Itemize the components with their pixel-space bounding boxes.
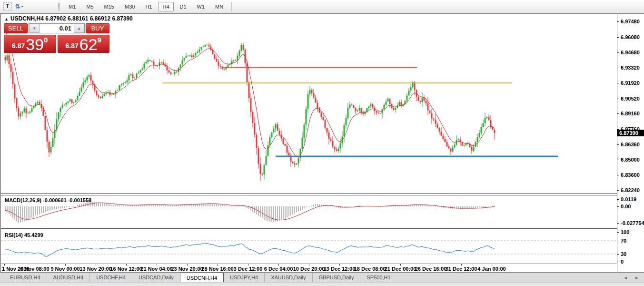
macd-histogram-bar [220,205,221,206]
candle-body [138,72,139,73]
macd-histogram-bar [262,206,263,218]
buy-button[interactable]: BUY [86,23,109,33]
macd-histogram-bar [222,205,223,207]
chart-tab-EURUSD-H4[interactable]: EURUSD,H4 [4,273,47,282]
macd-histogram-bar [277,206,278,222]
macd-histogram-bar [494,205,495,206]
candle-body [153,61,155,65]
price-tick-label: 6.85000 [621,157,640,163]
chart-tab-USDCHF-H4[interactable]: USDCHF,H4 [89,273,132,282]
rsi-tick-mark [617,254,619,255]
candle-body [241,45,242,51]
macd-histogram-bar [75,206,76,206]
candle-body [292,162,294,163]
macd-histogram-bar [20,206,21,222]
macd-histogram-bar [77,205,78,206]
timeframe-button-D1[interactable]: D1 [176,2,191,11]
candle-body [435,120,436,124]
macd-histogram-bar [414,204,415,207]
tab-scroll-right-button[interactable]: ► [634,275,639,280]
candle-body [218,61,219,66]
buy-price-display[interactable]: 6.87 62 9 [58,35,110,53]
macd-histogram-bar [45,206,46,212]
candle-body [494,130,495,133]
candle-body [450,149,452,152]
candle-body [389,99,391,104]
candle-body [439,128,440,132]
candle-body [220,66,221,67]
price-tick-mark [617,52,619,53]
sell-button[interactable]: SELL [4,23,28,33]
timeframe-button-M30[interactable]: M30 [120,2,139,11]
macd-histogram-bar [10,206,11,216]
macd-histogram-bar [342,206,343,208]
chart-tab-GBPUSD-Daily[interactable]: GBPUSD,Daily [312,273,360,282]
top-toolbar: T ⇅ ▾ M1M5M15M30H1H4D1W1MN [0,0,644,13]
timeframe-button-H4[interactable]: H4 [158,2,173,11]
chart-window: ▲USDCNH,H4 6.87902 6.88161 6.86912 6.873… [0,13,644,273]
timeframe-button-H1[interactable]: H1 [141,2,156,11]
volume-decrease-button[interactable]: ▼ [29,24,40,33]
text-tool-button[interactable]: T [2,1,13,12]
macd-histogram-bar [268,206,268,221]
chart-tab-XAUUSD-Daily[interactable]: XAUUSD,Daily [264,273,312,282]
timeframe-button-M5[interactable]: M5 [82,2,98,11]
rsi-indicator-chart[interactable] [1,230,617,264]
candle-body [330,139,332,141]
chart-tab-USDCAD-Daily[interactable]: USDCAD,Daily [132,273,180,282]
indicator-tool-button[interactable]: ⇅ ▾ [14,1,24,12]
candle-body [429,111,431,113]
candle-body [161,62,162,62]
chart-tab-SP500-H1[interactable]: SP500,H1 [360,273,396,282]
candle-body [233,60,235,61]
macd-histogram-bar [294,206,295,214]
macd-histogram-bar [311,205,312,206]
tab-scroll-left-button[interactable]: ◄ [623,275,628,280]
time-tick-mark [96,264,96,266]
time-tick-label: 21 Nov 04:00 [140,266,172,272]
macd-histogram-bar [191,204,192,206]
price-tick-label: 6.93320 [621,65,640,71]
macd-histogram-bar [304,206,305,208]
macd-label: MACD(12,26,9) -0.000601 -0.001558 [5,197,91,203]
candle-body [288,153,290,155]
volume-increase-button[interactable]: ▲ [74,24,84,33]
toolbar-grip-handle[interactable] [58,3,59,10]
candle-body [336,150,337,152]
price-axis[interactable]: 6.974806.960806.946806.933206.919206.905… [617,14,644,272]
chart-tab-AUDUSD-H4[interactable]: AUDUSD,H4 [47,273,90,282]
candle-body [71,100,73,103]
candle-body [167,67,168,71]
macd-histogram-bar [429,205,430,206]
time-axis[interactable]: 1 Nov 20186 Nov 08:009 Nov 00:0013 Nov 2… [1,264,617,272]
macd-histogram-bar [288,206,289,216]
price-tick-label: 6.97480 [621,19,640,24]
candle-body [266,156,267,165]
candle-body [115,91,117,94]
timeframe-button-MN[interactable]: MN [211,2,228,11]
timeframe-button-M1[interactable]: M1 [64,2,80,11]
chart-tab-USDCNH-H4[interactable]: USDCNH,H4 [180,273,224,282]
timeframe-button-W1[interactable]: W1 [193,2,209,11]
macd-histogram-bar [351,206,352,207]
rsi-tick-mark [617,232,619,233]
macd-histogram-bar [239,206,240,206]
chart-tab-USDJPY-H4[interactable]: USDJPY,H4 [224,273,264,282]
macd-indicator-chart[interactable] [1,195,617,228]
candle-body [142,69,143,71]
time-tick-mark [309,264,309,266]
candle-body [347,108,349,118]
volume-input[interactable] [40,24,74,33]
candle-body [216,59,218,61]
rsi-line [5,243,495,256]
candle-body [296,163,297,165]
candle-body [294,163,296,164]
timeframe-button-M15[interactable]: M15 [100,2,119,11]
sell-price-big: 39 [26,37,44,51]
macd-histogram-bar [31,206,32,218]
candle-body [368,107,370,109]
macd-histogram-bar [60,206,61,209]
sell-price-display[interactable]: 6.87 39 0 [4,35,56,53]
candle-body [144,63,145,68]
macd-histogram-bar [102,203,103,206]
